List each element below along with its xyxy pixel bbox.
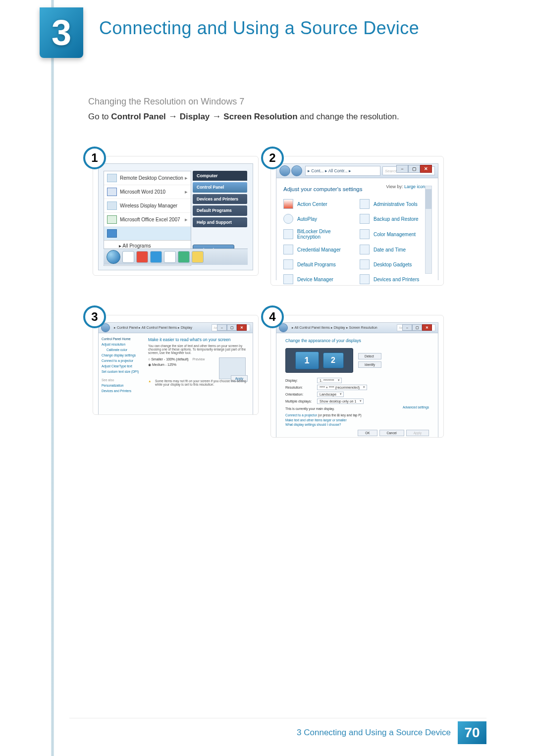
word-icon — [107, 188, 117, 196]
taskbar-item[interactable] — [192, 251, 204, 263]
monitor-arrangement[interactable]: 1 2 — [285, 348, 353, 373]
monitor-1-icon[interactable]: 1 — [295, 352, 319, 369]
scrollbar[interactable] — [425, 186, 432, 274]
menu-item-blank[interactable] — [104, 226, 191, 240]
section-subtitle: Changing the Resolution on Windows 7 — [88, 97, 244, 107]
start-default-programs[interactable]: Default Programs — [193, 205, 247, 216]
start-computer[interactable]: Computer — [193, 171, 247, 181]
view-by[interactable]: View by: Large icons ▾ — [386, 184, 431, 189]
start-control-panel[interactable]: Control Panel — [193, 182, 247, 193]
orientation-select[interactable]: Landscape — [317, 392, 344, 397]
cp-bitlocker[interactable]: BitLocker Drive Encryption — [283, 229, 355, 240]
window-controls: –▢✕ — [402, 324, 432, 331]
screenres-heading: Change the appearance of your displays — [285, 338, 429, 343]
resolution-select[interactable]: **** × **** (recommended) — [317, 385, 367, 390]
close-button[interactable]: ✕ — [237, 324, 247, 331]
sidebar-home[interactable]: Control Panel Home — [102, 337, 140, 341]
connect-projector-link[interactable]: Connect to a projector (or press the ⊞ k… — [285, 413, 429, 417]
cancel-button[interactable]: Cancel — [379, 430, 404, 436]
chevron-right-icon: ▸ — [185, 189, 188, 195]
step-2-screenshot: – ▢ ✕ ▸ Cont... ▸ All Contr... ▸ Search … — [270, 156, 444, 286]
sidebar-change-display[interactable]: Change display settings — [102, 353, 140, 357]
address-bar[interactable]: ▸ Cont... ▸ All Contr... ▸ — [305, 166, 380, 176]
sidebar-cleartype[interactable]: Adjust ClearType text — [102, 364, 140, 368]
monitor-2-icon[interactable]: 2 — [323, 353, 344, 368]
sidebar-personalization[interactable]: Personalization — [102, 384, 140, 387]
apply-button[interactable]: Apply — [406, 430, 429, 436]
breadcrumb[interactable]: ▸ Control Panel ▸ All Control Panel Item… — [112, 326, 212, 330]
cp-desktop-gadgets[interactable]: Desktop Gadgets — [360, 259, 431, 269]
monitor-icon — [107, 202, 117, 210]
menu-item-word[interactable]: Microsoft Word 2010▸ — [104, 185, 191, 199]
warning-text: Some items may not fit on your screen if… — [148, 379, 248, 386]
excel-icon — [107, 215, 117, 224]
step-badge-2: 2 — [261, 147, 284, 169]
footer-chapter-text: 3 Connecting and Using a Source Device — [297, 728, 451, 738]
text-size-link[interactable]: Make text and other items larger or smal… — [285, 418, 429, 422]
maximize-button[interactable]: ▢ — [408, 165, 420, 173]
identify-button[interactable]: Identify — [358, 361, 381, 368]
taskbar-item[interactable] — [122, 251, 134, 263]
rdp-icon — [107, 174, 117, 182]
sidebar-connect-projector[interactable]: Connect to a projector — [102, 359, 140, 362]
sidebar-devices-printers[interactable]: Devices and Printers — [102, 389, 140, 393]
taskbar-item[interactable] — [164, 251, 176, 263]
taskbar-item[interactable] — [136, 251, 148, 263]
sidebar-custom-text[interactable]: Set custom text size (DPI) — [102, 370, 140, 373]
breadcrumb[interactable]: ▸ All Control Panel Items ▸ Display ▸ Sc… — [290, 326, 397, 330]
app-icon — [107, 229, 117, 238]
multiple-displays-label: Multiple displays: — [285, 400, 317, 403]
defprog-icon — [283, 259, 293, 269]
back-button[interactable] — [279, 165, 290, 176]
window-controls: – ▢ ✕ — [396, 165, 432, 173]
step-1-screenshot: Remote Desktop Connection▸ Microsoft Wor… — [93, 156, 259, 276]
display-select[interactable]: 1. ******** — [317, 378, 342, 383]
gadgets-icon — [360, 259, 370, 269]
minimize-button[interactable]: – — [402, 324, 412, 331]
cp-date-time[interactable]: Date and Time — [360, 245, 431, 254]
menu-item-remote-desktop[interactable]: Remote Desktop Connection▸ — [104, 171, 191, 185]
multiple-displays-select[interactable]: Show desktop only on 1 — [317, 399, 364, 404]
cp-color-mgmt[interactable]: Color Management — [360, 229, 431, 240]
close-button[interactable]: ✕ — [422, 324, 432, 331]
maximize-button[interactable]: ▢ — [412, 324, 422, 331]
step-badge-3: 3 — [83, 305, 106, 328]
cp-action-center[interactable]: Action Center — [283, 199, 355, 209]
maximize-button[interactable]: ▢ — [227, 324, 237, 331]
scrollbar-thumb[interactable] — [426, 189, 431, 209]
page-footer: 3 Connecting and Using a Source Device 7… — [297, 721, 486, 744]
chevron-right-icon: ▸ — [185, 216, 188, 223]
start-orb-icon[interactable] — [107, 250, 120, 264]
minimize-button[interactable]: – — [396, 165, 408, 173]
tools-icon — [360, 199, 370, 209]
display-settings-help-link[interactable]: What display settings should I choose? — [285, 423, 429, 426]
cp-credential-mgr[interactable]: Credential Manager — [283, 245, 355, 254]
cp-default-programs[interactable]: Default Programs — [283, 259, 355, 269]
start-devices-printers[interactable]: Devices and Printers — [193, 194, 247, 204]
menu-item-excel[interactable]: Microsoft Office Excel 2007▸ — [104, 212, 191, 226]
start-help-support[interactable]: Help and Support — [193, 217, 247, 228]
taskbar-item[interactable] — [150, 251, 162, 263]
lock-icon — [283, 229, 293, 239]
step-3-screenshot: –▢✕ ▸ Control Panel ▸ All Control Panel … — [93, 315, 259, 415]
minimize-button[interactable]: – — [217, 324, 227, 331]
menu-item-wdm[interactable]: Wireless Display Manager — [104, 199, 191, 212]
clock-icon — [360, 245, 370, 254]
sidebar-calibrate[interactable]: Calibrate color — [102, 348, 140, 352]
cp-devices-printers[interactable]: Devices and Printers — [360, 274, 431, 284]
ok-button[interactable]: OK — [358, 430, 377, 436]
cp-backup-restore[interactable]: Backup and Restore — [360, 214, 431, 224]
close-button[interactable]: ✕ — [420, 165, 432, 173]
cd-icon — [283, 214, 293, 224]
safe-icon — [283, 245, 293, 254]
cp-admin-tools[interactable]: Administrative Tools — [360, 199, 431, 209]
sidebar-adjust-res[interactable]: Adjust resolution — [102, 343, 140, 346]
footer-divider — [69, 718, 486, 718]
taskbar-item[interactable] — [178, 251, 190, 263]
detect-button[interactable]: Detect — [358, 353, 381, 359]
chapter-number: 3 — [52, 15, 71, 50]
cp-device-manager[interactable]: Device Manager — [283, 274, 355, 284]
forward-button[interactable] — [291, 165, 302, 176]
cp-autoplay[interactable]: AutoPlay — [283, 214, 355, 224]
advanced-settings-link[interactable]: Advanced settings — [403, 405, 429, 409]
